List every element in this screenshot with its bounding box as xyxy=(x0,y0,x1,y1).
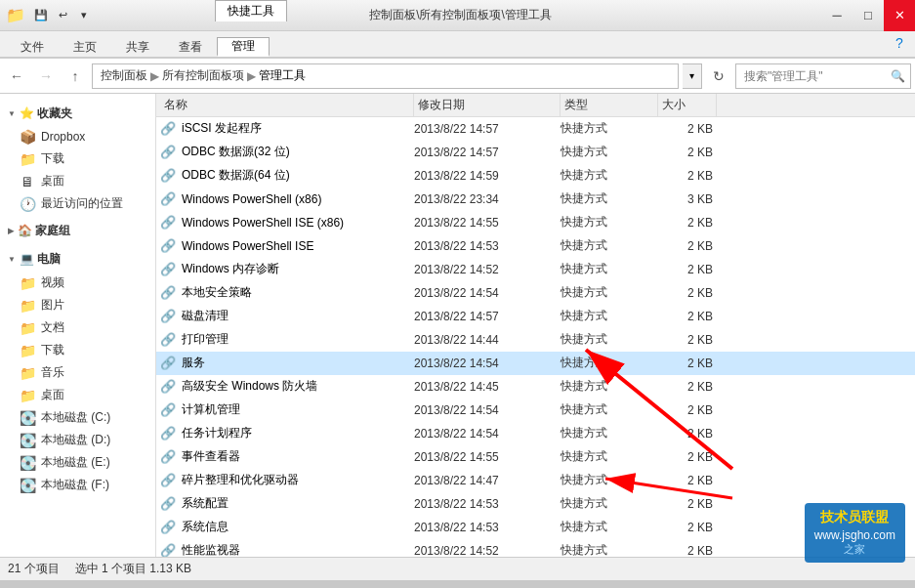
file-row[interactable]: 🔗打印管理2013/8/22 14:44快捷方式2 KB xyxy=(156,328,915,352)
file-type: 快捷方式 xyxy=(561,448,658,465)
help-button[interactable]: ? xyxy=(890,33,909,53)
file-icon: 🔗 xyxy=(160,355,178,372)
sidebar-item-recent[interactable]: 🕐 最近访问的位置 xyxy=(0,192,155,215)
sidebar-item-drive-f[interactable]: 💽 本地磁盘 (F:) xyxy=(0,474,155,496)
address-dropdown-btn[interactable]: ▾ xyxy=(683,63,702,89)
tab-share[interactable]: 共享 xyxy=(111,37,164,57)
sidebar-item-music[interactable]: 📁 音乐 xyxy=(0,361,155,384)
file-row[interactable]: 🔗ODBC 数据源(64 位)2013/8/22 14:59快捷方式2 KB xyxy=(156,164,915,188)
drive-f-icon: 💽 xyxy=(20,478,35,493)
drive-f-label: 本地磁盘 (F:) xyxy=(41,477,109,493)
sidebar-item-desktop[interactable]: 📁 桌面 xyxy=(0,384,155,406)
sidebar-item-pictures[interactable]: 📁 图片 xyxy=(0,294,155,316)
tab-file[interactable]: 文件 xyxy=(6,37,59,57)
file-row[interactable]: 🔗iSCSI 发起程序2013/8/22 14:57快捷方式2 KB xyxy=(156,117,915,141)
file-icon: 🔗 xyxy=(160,120,178,138)
file-size: 3 KB xyxy=(658,192,717,206)
sidebar-header-computer[interactable]: ▼ 💻 电脑 xyxy=(0,247,155,272)
file-date: 2013/8/22 14:57 xyxy=(414,310,561,323)
sidebar-item-downloads[interactable]: 📁 下载 xyxy=(0,339,155,361)
file-row[interactable]: 🔗系统信息2013/8/22 14:53快捷方式2 KB xyxy=(156,516,915,539)
main-area: ▼ ⭐ 收藏夹 📦 Dropbox 📁 下载 🖥 桌面 🕐 最近访问 xyxy=(0,94,915,557)
file-row[interactable]: 🔗系统配置2013/8/22 14:53快捷方式2 KB xyxy=(156,492,915,516)
file-type: 快捷方式 xyxy=(561,237,658,254)
file-size: 2 KB xyxy=(658,403,717,417)
pictures-label: 图片 xyxy=(41,297,64,314)
tab-home[interactable]: 主页 xyxy=(59,37,111,57)
file-row[interactable]: 🔗Windows PowerShell ISE2013/8/22 14:53快捷… xyxy=(156,234,915,258)
col-header-date[interactable]: 修改日期 xyxy=(414,94,561,116)
file-row[interactable]: 🔗磁盘清理2013/8/22 14:57快捷方式2 KB xyxy=(156,305,915,328)
file-icon: 🔗 xyxy=(160,167,178,185)
col-header-size[interactable]: 大小 xyxy=(658,94,717,116)
col-header-type[interactable]: 类型 xyxy=(561,94,658,116)
file-date: 2013/8/22 14:55 xyxy=(414,450,561,464)
file-type: 快捷方式 xyxy=(561,144,658,160)
sidebar-header-homegroup[interactable]: ▶ 🏠 家庭组 xyxy=(0,219,155,243)
file-name: 性能监视器 xyxy=(178,542,414,557)
file-row[interactable]: 🔗ODBC 数据源(32 位)2013/8/22 14:57快捷方式2 KB xyxy=(156,141,915,164)
sidebar-item-drive-c[interactable]: 💽 本地磁盘 (C:) xyxy=(0,406,155,429)
file-type: 快捷方式 xyxy=(561,190,658,207)
file-date: 2013/8/22 14:57 xyxy=(414,122,561,136)
maximize-button[interactable]: □ xyxy=(853,0,884,31)
quick-dropdown-btn[interactable]: ▾ xyxy=(74,6,94,25)
address-path[interactable]: 控制面板 ▶ 所有控制面板项 ▶ 管理工具 xyxy=(92,63,679,89)
sidebar: ▼ ⭐ 收藏夹 📦 Dropbox 📁 下载 🖥 桌面 🕐 最近访问 xyxy=(0,94,156,557)
file-rows-container: 🔗iSCSI 发起程序2013/8/22 14:57快捷方式2 KB🔗ODBC … xyxy=(156,117,915,557)
file-row[interactable]: 🔗事件查看器2013/8/22 14:55快捷方式2 KB xyxy=(156,445,915,469)
close-button[interactable]: ✕ xyxy=(884,0,915,31)
file-date: 2013/8/22 14:54 xyxy=(414,403,561,417)
quick-undo-btn[interactable]: ↩ xyxy=(53,6,72,25)
favorites-label: ⭐ 收藏夹 xyxy=(20,105,72,122)
file-row[interactable]: 🔗Windows PowerShell ISE (x86)2013/8/22 1… xyxy=(156,211,915,234)
file-row[interactable]: 🔗Windows 内存诊断2013/8/22 14:52快捷方式2 KB xyxy=(156,258,915,281)
downloads-fav-icon: 📁 xyxy=(20,151,35,167)
sidebar-item-drive-d[interactable]: 💽 本地磁盘 (D:) xyxy=(0,429,155,451)
file-row[interactable]: 🔗Windows PowerShell (x86)2013/8/22 23:34… xyxy=(156,188,915,211)
sidebar-item-drive-e[interactable]: 💽 本地磁盘 (E:) xyxy=(0,451,155,474)
col-header-name[interactable]: 名称 xyxy=(160,94,414,116)
file-row[interactable]: 🔗计算机管理2013/8/22 14:54快捷方式2 KB xyxy=(156,399,915,422)
file-size: 2 KB xyxy=(658,497,717,511)
sidebar-item-documents[interactable]: 📁 文档 xyxy=(0,316,155,339)
file-size: 2 KB xyxy=(658,263,717,276)
file-date: 2013/8/22 14:45 xyxy=(414,380,561,394)
refresh-button[interactable]: ↻ xyxy=(706,63,731,89)
file-name: 计算机管理 xyxy=(178,401,414,418)
file-date: 2013/8/22 14:54 xyxy=(414,427,561,441)
drive-e-icon: 💽 xyxy=(20,455,35,471)
file-name: Windows PowerShell ISE (x86) xyxy=(178,216,414,230)
tab-manage[interactable]: 管理 xyxy=(217,37,270,57)
music-label: 音乐 xyxy=(41,364,64,381)
file-date: 2013/8/22 14:52 xyxy=(414,263,561,276)
file-name: 碎片整理和优化驱动器 xyxy=(178,472,414,488)
file-row[interactable]: 🔗任务计划程序2013/8/22 14:54快捷方式2 KB xyxy=(156,422,915,445)
forward-button[interactable]: → xyxy=(33,63,59,89)
sidebar-item-dropbox[interactable]: 📦 Dropbox xyxy=(0,126,155,147)
quick-save-btn[interactable]: 💾 xyxy=(31,6,51,25)
file-row[interactable]: 🔗碎片整理和优化驱动器2013/8/22 14:47快捷方式2 KB xyxy=(156,469,915,492)
file-size: 2 KB xyxy=(658,357,717,370)
file-type: 快捷方式 xyxy=(561,308,658,324)
back-button[interactable]: ← xyxy=(4,63,29,89)
sidebar-item-desktop-fav[interactable]: 🖥 桌面 xyxy=(0,170,155,192)
drive-d-icon: 💽 xyxy=(20,433,35,448)
file-name: 事件查看器 xyxy=(178,448,414,465)
search-input[interactable] xyxy=(735,63,911,89)
file-date: 2013/8/22 14:57 xyxy=(414,146,561,159)
file-row[interactable]: 🔗服务2013/8/22 14:54快捷方式2 KB xyxy=(156,352,915,375)
total-items: 21 个项目 xyxy=(8,561,60,577)
sidebar-item-downloads-fav[interactable]: 📁 下载 xyxy=(0,147,155,170)
file-name: 服务 xyxy=(178,355,414,371)
file-row[interactable]: 🔗本地安全策略2013/8/22 14:54快捷方式2 KB xyxy=(156,281,915,305)
sidebar-header-favorites[interactable]: ▼ ⭐ 收藏夹 xyxy=(0,102,155,126)
file-date: 2013/8/22 14:52 xyxy=(414,544,561,558)
up-button[interactable]: ↑ xyxy=(62,63,88,89)
tab-view[interactable]: 查看 xyxy=(164,37,217,57)
file-icon: 🔗 xyxy=(160,448,178,466)
sidebar-item-video[interactable]: 📁 视频 xyxy=(0,272,155,294)
file-row[interactable]: 🔗性能监视器2013/8/22 14:52快捷方式2 KB xyxy=(156,539,915,557)
file-row[interactable]: 🔗高级安全 Windows 防火墙2013/8/22 14:45快捷方式2 KB xyxy=(156,375,915,399)
minimize-button[interactable]: ─ xyxy=(821,0,853,31)
